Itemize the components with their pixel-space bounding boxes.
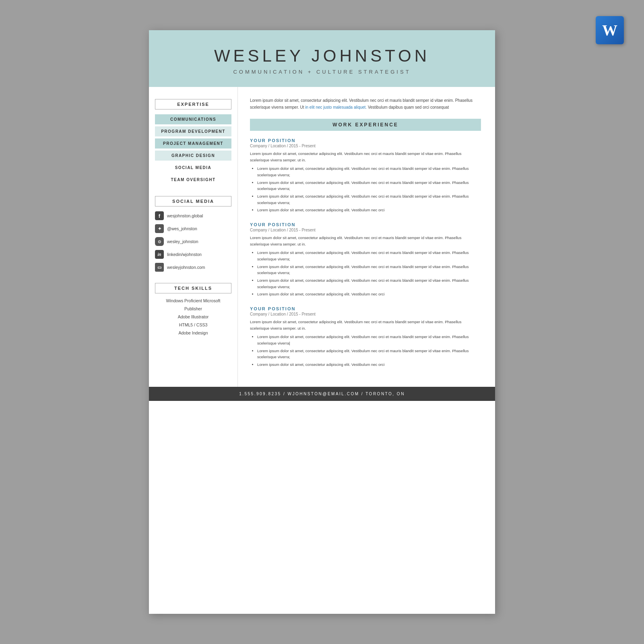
facebook-icon: f (155, 211, 164, 220)
expertise-item-1: PROGRAM DEVELOPMENT (155, 126, 231, 136)
job-bullets-2: Lorem ipsum dolor sit amet, consectetur … (250, 334, 481, 367)
work-experience-header: WORK EXPERIENCE (250, 119, 481, 131)
expertise-item-4: SOCIAL MEDIA (155, 163, 231, 173)
word-icon-label: W (602, 21, 617, 39)
tech-skill-0: Windows Proficient Microsoft (155, 298, 231, 303)
intro-paragraph: Lorem ipsum dolor sit amet, consectetur … (250, 97, 481, 111)
job-bullet: Lorem ipsum dolor sit amet, consectetur … (257, 361, 481, 368)
tech-skill-2: Adobe Illustrator (155, 314, 231, 319)
job-bullet: Lorem ipsum dolor sit amet, consectetur … (257, 180, 481, 192)
job-title-1: YOUR POSITION (250, 222, 481, 227)
job-desc-1: Lorem ipsum dolor sit amet, consectetur … (250, 235, 481, 247)
job-meta-0: Company / Location / 2015 - Present (250, 144, 481, 148)
facebook-handle: wesjohnston.global (167, 213, 203, 218)
instagram-icon: ⊙ (155, 237, 164, 246)
job-bullet: Lorem ipsum dolor sit amet, consectetur … (257, 264, 481, 276)
resume-footer: 1.555.909.8235 / WJOHNSTON@EMAIL.COM / T… (149, 387, 495, 401)
expertise-item-0: COMMUNICATIONS (155, 114, 231, 124)
web-icon: ▭ (155, 263, 164, 272)
job-desc-2: Lorem ipsum dolor sit amet, consectetur … (250, 319, 481, 331)
expertise-section-header: EXPERTISE (155, 99, 231, 109)
expertise-item-2: PROJECT MANAGEMENT (155, 138, 231, 149)
job-bullet: Lorem ipsum dolor sit amet, consectetur … (257, 165, 481, 178)
job-bullets-1: Lorem ipsum dolor sit amet, consectetur … (250, 250, 481, 297)
sidebar: EXPERTISE COMMUNICATIONS PROGRAM DEVELOP… (149, 87, 237, 387)
social-item-twitter: ✦ @wes_johnston (155, 224, 231, 233)
candidate-name: WESLEY JOHNSTON (157, 46, 487, 66)
job-meta-1: Company / Location / 2015 - Present (250, 228, 481, 232)
job-bullet: Lorem ipsum dolor sit amet, consectetur … (257, 250, 481, 262)
job-bullet: Lorem ipsum dolor sit amet, consectetur … (257, 277, 481, 290)
job-title-0: YOUR POSITION (250, 138, 481, 143)
job-bullet: Lorem ipsum dolor sit amet, consectetur … (257, 334, 481, 346)
job-entry-2: YOUR POSITION Company / Location / 2015 … (250, 306, 481, 368)
job-meta-2: Company / Location / 2015 - Present (250, 312, 481, 316)
job-title-2: YOUR POSITION (250, 306, 481, 311)
social-media-header: SOCIAL MEDIA (155, 196, 231, 206)
job-bullet: Lorem ipsum dolor sit amet, consectetur … (257, 207, 481, 213)
linkedin-icon: in (155, 250, 164, 259)
expertise-item-5: TEAM OVERSIGHT (155, 175, 231, 185)
website-url: wesleyjohnston.com (167, 265, 205, 270)
twitter-icon: ✦ (155, 224, 164, 233)
social-item-linkedin: in linkedin/wjohnston (155, 250, 231, 259)
job-entry-1: YOUR POSITION Company / Location / 2015 … (250, 222, 481, 297)
social-item-facebook: f wesjohnston.global (155, 211, 231, 220)
word-icon: W (596, 16, 624, 44)
tech-skill-1: Publisher (155, 306, 231, 311)
resume-body: EXPERTISE COMMUNICATIONS PROGRAM DEVELOP… (149, 87, 495, 387)
linkedin-handle: linkedin/wjohnston (167, 252, 202, 257)
job-desc-0: Lorem ipsum dolor sit amet, consectetur … (250, 151, 481, 163)
resume-header: WESLEY JOHNSTON COMMUNICATION + CULTURE … (149, 30, 495, 87)
social-item-website: ▭ wesleyjohnston.com (155, 263, 231, 272)
footer-contact-info: 1.555.909.8235 / WJOHNSTON@EMAIL.COM / T… (239, 392, 405, 396)
job-bullet: Lorem ipsum dolor sit amet, consectetur … (257, 193, 481, 206)
twitter-handle: @wes_johnston (167, 226, 197, 231)
job-bullets-0: Lorem ipsum dolor sit amet, consectetur … (250, 165, 481, 213)
main-content: Lorem ipsum dolor sit amet, consectetur … (237, 87, 495, 387)
social-media-section: SOCIAL MEDIA f wesjohnston.global ✦ @wes… (155, 196, 231, 272)
tech-skills-header: TECH SKILLS (155, 283, 231, 293)
tech-skill-3: HTML5 / CSS3 (155, 322, 231, 327)
tech-skills-section: TECH SKILLS Windows Proficient Microsoft… (155, 283, 231, 335)
job-entry-0: YOUR POSITION Company / Location / 2015 … (250, 138, 481, 213)
instagram-handle: wesley_johnston (167, 239, 198, 244)
social-item-instagram: ⊙ wesley_johnston (155, 237, 231, 246)
candidate-title: COMMUNICATION + CULTURE STRATEGIST (157, 69, 487, 75)
resume-page: WESLEY JOHNSTON COMMUNICATION + CULTURE … (149, 30, 495, 614)
tech-skill-4: Adobe Indesign (155, 330, 231, 335)
expertise-item-3: GRAPHIC DESIGN (155, 151, 231, 161)
job-bullet: Lorem ipsum dolor sit amet, consectetur … (257, 291, 481, 297)
job-bullet: Lorem ipsum dolor sit amet, consectetur … (257, 348, 481, 360)
